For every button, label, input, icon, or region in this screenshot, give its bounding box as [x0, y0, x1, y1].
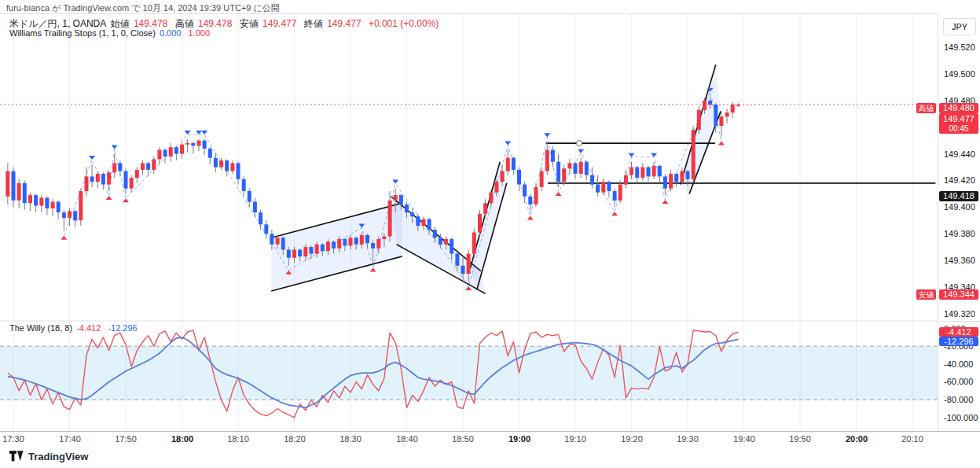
williams-legend[interactable]: Williams Trailing Stops (1, 1, 0, Close)… — [9, 28, 215, 38]
williams-name[interactable]: Williams Trailing Stops (1, 1, 0, Close) — [9, 28, 156, 38]
price-tick-label: 149.360 — [944, 256, 975, 265]
time-tick-label: 18:00 — [165, 434, 200, 444]
low-price-axis-label: 149.344 — [939, 289, 978, 300]
last-price-value: 149.477 — [939, 114, 978, 124]
currency-toggle[interactable]: JPY — [943, 18, 976, 35]
tradingview-published-chart: furu-bianca が TradingView.com で 10月 14, … — [0, 0, 980, 468]
time-tick-label: 17:50 — [108, 434, 143, 444]
close-label: 終値 — [304, 18, 323, 29]
tradingview-brand-link[interactable]: TradingView — [9, 451, 88, 462]
price-tick-label: 149.320 — [944, 309, 975, 319]
time-tick-label: 17:30 — [0, 434, 31, 444]
price-tick-label: 149.420 — [944, 175, 975, 185]
black-line-axis-label: 149.418 — [939, 191, 978, 201]
tradingview-logo-icon — [9, 451, 24, 462]
williams-value-1: 0.000 — [160, 28, 182, 38]
footer: TradingView — [0, 447, 980, 468]
time-tick-label: 19:10 — [558, 434, 593, 444]
time-tick-label: 19:00 — [502, 434, 537, 444]
chart-canvas[interactable] — [0, 13, 938, 431]
willy-value-blue: -12.296 — [108, 323, 137, 333]
high-value: 149.478 — [198, 18, 232, 29]
time-axis[interactable]: 17:3017:4017:5018:0018:1018:2018:3018:40… — [0, 431, 980, 448]
oscillator-tick-label: -60.000 — [944, 377, 973, 386]
open-label: 始値 — [111, 18, 130, 29]
time-tick-label: 18:50 — [446, 434, 480, 444]
willy-blue-axis-label: -12.296 — [939, 337, 978, 346]
time-tick-label: 20:10 — [895, 434, 930, 444]
oscillator-tick-label: -40.000 — [944, 359, 973, 369]
high-price-axis-label: 149.480 — [939, 103, 978, 113]
pane-separator-axis — [938, 321, 980, 322]
oscillator-tick-label: -80.000 — [944, 395, 973, 404]
low-price-tag: 安値 — [916, 289, 936, 300]
price-tick-label: 149.520 — [944, 42, 975, 52]
time-tick-label: 18:20 — [277, 434, 312, 444]
chart-area[interactable]: 米ドル／円, 1, OANDA 始値 149.478 高値 149.478 安値… — [0, 13, 938, 431]
time-tick-label: 18:10 — [221, 434, 255, 444]
price-tick-label: 149.500 — [944, 69, 975, 79]
time-tick-label: 18:30 — [333, 434, 368, 444]
last-price-axis-label: 149.477 00:45 — [939, 113, 978, 134]
time-tick-label: 19:50 — [783, 434, 817, 444]
change-value: +0.001 (+0.00%) — [369, 18, 439, 29]
oscillator-tick-label: -100.000 — [944, 413, 978, 422]
time-tick-label: 17:40 — [53, 434, 87, 444]
willy-legend[interactable]: The Willy (18, 8) -4.412 -12.296 — [9, 323, 142, 333]
price-axis[interactable]: JPY 149.520149.500149.480149.460149.4401… — [938, 13, 980, 447]
high-price-tag: 高値 — [916, 103, 936, 113]
close-value: 149.477 — [327, 18, 361, 29]
time-tick-label: 19:40 — [727, 434, 762, 444]
willy-value-red: -4.412 — [76, 323, 101, 333]
high-label: 高値 — [175, 18, 194, 29]
low-label: 安値 — [240, 18, 259, 29]
williams-value-2: 1.000 — [189, 28, 211, 38]
willy-red-axis-label: -4.412 — [939, 327, 978, 337]
publish-caption: furu-bianca が TradingView.com で 10月 14, … — [6, 2, 280, 14]
brand-name: TradingView — [28, 451, 88, 462]
price-tick-label: 149.380 — [944, 229, 975, 238]
price-tick-label: 149.440 — [944, 149, 975, 159]
time-tick-label: 18:40 — [390, 434, 424, 444]
open-value: 149.478 — [134, 18, 167, 29]
price-tick-label: 149.400 — [944, 202, 975, 212]
symbol-title[interactable]: 米ドル／円, 1, OANDA — [9, 18, 106, 29]
time-tick-label: 20:00 — [839, 434, 874, 444]
time-tick-label: 19:20 — [615, 434, 649, 444]
low-value: 149.477 — [262, 18, 296, 29]
bar-countdown: 00:45 — [939, 124, 978, 133]
time-tick-label: 19:30 — [670, 434, 705, 444]
willy-name[interactable]: The Willy (18, 8) — [9, 323, 72, 333]
